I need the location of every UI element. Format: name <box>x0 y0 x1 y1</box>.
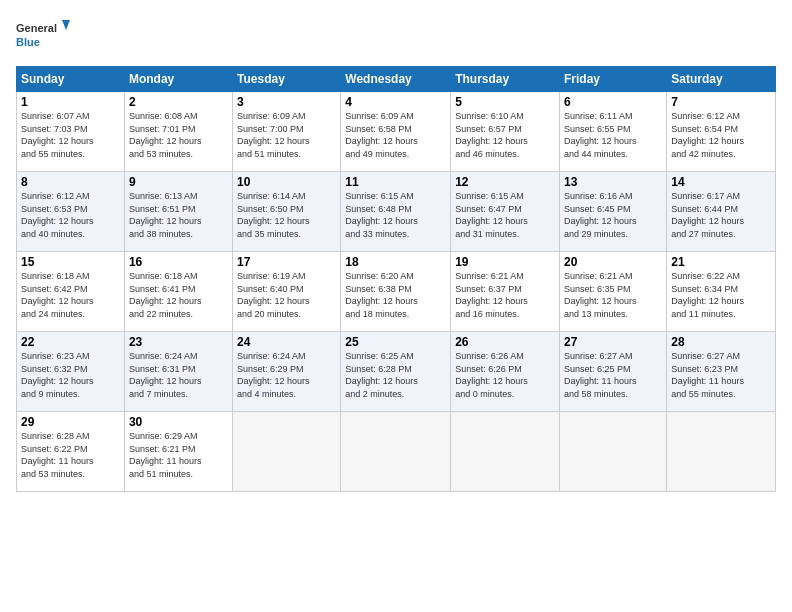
calendar-header: SundayMondayTuesdayWednesdayThursdayFrid… <box>17 67 776 92</box>
day-info: Sunrise: 6:17 AM Sunset: 6:44 PM Dayligh… <box>671 190 771 240</box>
day-info: Sunrise: 6:27 AM Sunset: 6:25 PM Dayligh… <box>564 350 662 400</box>
day-number: 23 <box>129 335 228 349</box>
day-info: Sunrise: 6:20 AM Sunset: 6:38 PM Dayligh… <box>345 270 446 320</box>
weekday-header: Monday <box>124 67 232 92</box>
day-info: Sunrise: 6:15 AM Sunset: 6:48 PM Dayligh… <box>345 190 446 240</box>
calendar-day-cell: 11Sunrise: 6:15 AM Sunset: 6:48 PM Dayli… <box>341 172 451 252</box>
day-number: 25 <box>345 335 446 349</box>
day-info: Sunrise: 6:18 AM Sunset: 6:42 PM Dayligh… <box>21 270 120 320</box>
day-info: Sunrise: 6:27 AM Sunset: 6:23 PM Dayligh… <box>671 350 771 400</box>
day-info: Sunrise: 6:21 AM Sunset: 6:35 PM Dayligh… <box>564 270 662 320</box>
calendar-day-cell: 27Sunrise: 6:27 AM Sunset: 6:25 PM Dayli… <box>560 332 667 412</box>
calendar-day-cell: 21Sunrise: 6:22 AM Sunset: 6:34 PM Dayli… <box>667 252 776 332</box>
day-number: 15 <box>21 255 120 269</box>
day-number: 10 <box>237 175 336 189</box>
calendar-day-cell: 7Sunrise: 6:12 AM Sunset: 6:54 PM Daylig… <box>667 92 776 172</box>
day-info: Sunrise: 6:23 AM Sunset: 6:32 PM Dayligh… <box>21 350 120 400</box>
day-number: 24 <box>237 335 336 349</box>
day-info: Sunrise: 6:24 AM Sunset: 6:29 PM Dayligh… <box>237 350 336 400</box>
calendar-body: 1Sunrise: 6:07 AM Sunset: 7:03 PM Daylig… <box>17 92 776 492</box>
day-info: Sunrise: 6:08 AM Sunset: 7:01 PM Dayligh… <box>129 110 228 160</box>
day-number: 21 <box>671 255 771 269</box>
header: General Blue <box>16 16 776 56</box>
calendar-day-cell: 24Sunrise: 6:24 AM Sunset: 6:29 PM Dayli… <box>233 332 341 412</box>
logo: General Blue <box>16 16 71 56</box>
svg-text:General: General <box>16 22 57 34</box>
header-row: SundayMondayTuesdayWednesdayThursdayFrid… <box>17 67 776 92</box>
day-info: Sunrise: 6:09 AM Sunset: 7:00 PM Dayligh… <box>237 110 336 160</box>
day-info: Sunrise: 6:12 AM Sunset: 6:54 PM Dayligh… <box>671 110 771 160</box>
weekday-header: Thursday <box>451 67 560 92</box>
day-number: 7 <box>671 95 771 109</box>
calendar-day-cell: 12Sunrise: 6:15 AM Sunset: 6:47 PM Dayli… <box>451 172 560 252</box>
calendar-day-cell: 14Sunrise: 6:17 AM Sunset: 6:44 PM Dayli… <box>667 172 776 252</box>
calendar-day-cell: 17Sunrise: 6:19 AM Sunset: 6:40 PM Dayli… <box>233 252 341 332</box>
day-info: Sunrise: 6:15 AM Sunset: 6:47 PM Dayligh… <box>455 190 555 240</box>
calendar-day-cell <box>341 412 451 492</box>
calendar-day-cell <box>560 412 667 492</box>
calendar-day-cell: 8Sunrise: 6:12 AM Sunset: 6:53 PM Daylig… <box>17 172 125 252</box>
weekday-header: Friday <box>560 67 667 92</box>
weekday-header: Sunday <box>17 67 125 92</box>
day-info: Sunrise: 6:07 AM Sunset: 7:03 PM Dayligh… <box>21 110 120 160</box>
calendar-day-cell: 23Sunrise: 6:24 AM Sunset: 6:31 PM Dayli… <box>124 332 232 412</box>
day-number: 8 <box>21 175 120 189</box>
calendar-day-cell: 20Sunrise: 6:21 AM Sunset: 6:35 PM Dayli… <box>560 252 667 332</box>
day-info: Sunrise: 6:10 AM Sunset: 6:57 PM Dayligh… <box>455 110 555 160</box>
page-container: General Blue SundayMondayTuesdayWednesda… <box>0 0 792 500</box>
day-info: Sunrise: 6:29 AM Sunset: 6:21 PM Dayligh… <box>129 430 228 480</box>
day-number: 19 <box>455 255 555 269</box>
day-number: 13 <box>564 175 662 189</box>
calendar-day-cell: 2Sunrise: 6:08 AM Sunset: 7:01 PM Daylig… <box>124 92 232 172</box>
day-info: Sunrise: 6:11 AM Sunset: 6:55 PM Dayligh… <box>564 110 662 160</box>
calendar-week-row: 1Sunrise: 6:07 AM Sunset: 7:03 PM Daylig… <box>17 92 776 172</box>
calendar-day-cell: 19Sunrise: 6:21 AM Sunset: 6:37 PM Dayli… <box>451 252 560 332</box>
calendar-day-cell: 25Sunrise: 6:25 AM Sunset: 6:28 PM Dayli… <box>341 332 451 412</box>
svg-text:Blue: Blue <box>16 36 40 48</box>
calendar-day-cell: 9Sunrise: 6:13 AM Sunset: 6:51 PM Daylig… <box>124 172 232 252</box>
day-number: 29 <box>21 415 120 429</box>
day-info: Sunrise: 6:14 AM Sunset: 6:50 PM Dayligh… <box>237 190 336 240</box>
day-number: 22 <box>21 335 120 349</box>
calendar-day-cell: 10Sunrise: 6:14 AM Sunset: 6:50 PM Dayli… <box>233 172 341 252</box>
day-info: Sunrise: 6:19 AM Sunset: 6:40 PM Dayligh… <box>237 270 336 320</box>
day-number: 9 <box>129 175 228 189</box>
day-number: 11 <box>345 175 446 189</box>
calendar-day-cell: 5Sunrise: 6:10 AM Sunset: 6:57 PM Daylig… <box>451 92 560 172</box>
svg-marker-2 <box>62 20 70 30</box>
calendar-day-cell: 26Sunrise: 6:26 AM Sunset: 6:26 PM Dayli… <box>451 332 560 412</box>
day-info: Sunrise: 6:16 AM Sunset: 6:45 PM Dayligh… <box>564 190 662 240</box>
day-info: Sunrise: 6:26 AM Sunset: 6:26 PM Dayligh… <box>455 350 555 400</box>
day-number: 27 <box>564 335 662 349</box>
calendar-day-cell <box>233 412 341 492</box>
calendar-day-cell: 22Sunrise: 6:23 AM Sunset: 6:32 PM Dayli… <box>17 332 125 412</box>
calendar-week-row: 15Sunrise: 6:18 AM Sunset: 6:42 PM Dayli… <box>17 252 776 332</box>
day-info: Sunrise: 6:21 AM Sunset: 6:37 PM Dayligh… <box>455 270 555 320</box>
day-number: 16 <box>129 255 228 269</box>
calendar-day-cell: 30Sunrise: 6:29 AM Sunset: 6:21 PM Dayli… <box>124 412 232 492</box>
calendar-day-cell: 29Sunrise: 6:28 AM Sunset: 6:22 PM Dayli… <box>17 412 125 492</box>
calendar-day-cell <box>451 412 560 492</box>
day-number: 14 <box>671 175 771 189</box>
logo-svg: General Blue <box>16 16 71 56</box>
day-number: 20 <box>564 255 662 269</box>
day-number: 2 <box>129 95 228 109</box>
day-info: Sunrise: 6:24 AM Sunset: 6:31 PM Dayligh… <box>129 350 228 400</box>
day-info: Sunrise: 6:28 AM Sunset: 6:22 PM Dayligh… <box>21 430 120 480</box>
day-info: Sunrise: 6:18 AM Sunset: 6:41 PM Dayligh… <box>129 270 228 320</box>
calendar-day-cell: 3Sunrise: 6:09 AM Sunset: 7:00 PM Daylig… <box>233 92 341 172</box>
calendar-day-cell: 18Sunrise: 6:20 AM Sunset: 6:38 PM Dayli… <box>341 252 451 332</box>
day-number: 17 <box>237 255 336 269</box>
calendar-day-cell: 6Sunrise: 6:11 AM Sunset: 6:55 PM Daylig… <box>560 92 667 172</box>
calendar-day-cell: 1Sunrise: 6:07 AM Sunset: 7:03 PM Daylig… <box>17 92 125 172</box>
day-number: 30 <box>129 415 228 429</box>
day-number: 5 <box>455 95 555 109</box>
day-number: 18 <box>345 255 446 269</box>
day-info: Sunrise: 6:22 AM Sunset: 6:34 PM Dayligh… <box>671 270 771 320</box>
day-info: Sunrise: 6:09 AM Sunset: 6:58 PM Dayligh… <box>345 110 446 160</box>
calendar-week-row: 8Sunrise: 6:12 AM Sunset: 6:53 PM Daylig… <box>17 172 776 252</box>
day-number: 6 <box>564 95 662 109</box>
calendar-week-row: 22Sunrise: 6:23 AM Sunset: 6:32 PM Dayli… <box>17 332 776 412</box>
calendar-table: SundayMondayTuesdayWednesdayThursdayFrid… <box>16 66 776 492</box>
calendar-day-cell <box>667 412 776 492</box>
